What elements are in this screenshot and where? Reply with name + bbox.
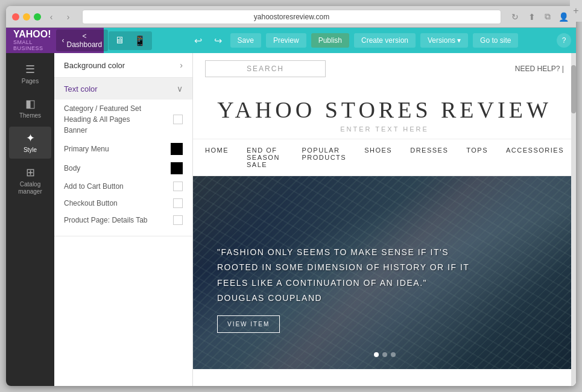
share-button[interactable]: ⬆ — [525, 10, 539, 24]
themes-icon: ◧ — [25, 97, 36, 110]
category-label: Category / Featured SetHeading & All Pag… — [64, 103, 173, 136]
back-button[interactable]: ‹ — [45, 10, 58, 24]
go-to-site-button[interactable]: Go to site — [473, 33, 518, 48]
browser-titlebar: ‹ › yahoostoresreview.com ↻ ⬆ ⧉ 👤 + — [6, 6, 576, 28]
create-version-button[interactable]: Create version — [354, 33, 416, 48]
primary-menu-label: Primary Menu — [64, 145, 171, 153]
background-color-header[interactable]: Background color › — [54, 53, 192, 77]
sidebar-item-style[interactable]: ✦ Style — [9, 127, 51, 159]
hero-dot-2[interactable] — [382, 352, 387, 357]
checkout-color-option: Checkout Button — [64, 195, 183, 212]
forward-button[interactable]: › — [62, 10, 75, 24]
dashboard-button[interactable]: ‹ < Dashboard — [56, 30, 109, 51]
primary-menu-swatch[interactable] — [171, 143, 183, 155]
body-swatch[interactable] — [171, 162, 183, 174]
undo-button[interactable]: ↩ — [191, 33, 206, 49]
minimize-dot[interactable] — [23, 13, 30, 21]
style-icon: ✦ — [26, 131, 35, 145]
catalog-label: Catalogmanager — [18, 181, 42, 195]
profile-button[interactable]: 👤 — [557, 10, 570, 24]
scrollbar-thumb[interactable] — [571, 65, 576, 113]
search-placeholder: SEARCH — [247, 65, 284, 73]
pages-label: Pages — [22, 78, 39, 85]
versions-arrow-icon: ▾ — [457, 36, 461, 45]
browser-window: ‹ › yahoostoresreview.com ↻ ⬆ ⧉ 👤 + YAHO… — [6, 6, 576, 386]
nav-home[interactable]: HOME — [205, 147, 229, 168]
new-tab-button[interactable]: + — [570, 6, 576, 22]
versions-button[interactable]: Versions ▾ — [420, 33, 468, 48]
device-icons: 🖥 📱 — [109, 31, 152, 50]
redo-button[interactable]: ↪ — [210, 33, 226, 49]
text-color-header[interactable]: Text color ∨ — [54, 78, 192, 100]
yahoo-subtitle: SMALL BUSINESS — [13, 39, 51, 51]
chevron-right-icon: › — [180, 60, 183, 70]
nav-popular-products[interactable]: POPULAR PRODUCTS — [302, 147, 346, 168]
sidebar-item-themes[interactable]: ◧ Themes — [9, 92, 51, 124]
text-color-section: Text color ∨ Category / Featured SetHead… — [54, 78, 192, 236]
save-button[interactable]: Save — [230, 33, 261, 48]
dashboard-label: < Dashboard — [67, 32, 103, 49]
url-bar[interactable]: yahoostoresreview.com — [82, 10, 501, 24]
left-sidebar: ☰ Pages ◧ Themes ✦ Style ⊞ Catalogmanage… — [6, 53, 54, 386]
site-subtitle: ENTER TEXT HERE — [193, 125, 576, 133]
checkout-label: Checkout Button — [64, 199, 173, 207]
add-to-cart-checkbox[interactable] — [173, 182, 183, 191]
hero-banner: "FASHION ONLY SEEMS TO MAKE SENSE IF IT'… — [193, 176, 576, 369]
app-container: YAHOO! SMALL BUSINESS ‹ < Dashboard 🖥 📱 … — [6, 28, 576, 386]
nav-shoes[interactable]: SHOES — [364, 147, 392, 168]
background-color-label: Background color — [64, 61, 125, 70]
style-label: Style — [24, 147, 37, 154]
hero-dot-1[interactable] — [374, 352, 379, 357]
product-details-checkbox[interactable] — [173, 215, 183, 225]
preview-area: SEARCH NEED HELP? | YAHOO STORES REVIEW … — [193, 53, 576, 386]
yahoo-logo-section: YAHOO! SMALL BUSINESS ‹ < Dashboard — [6, 28, 104, 53]
help-button[interactable]: ? — [557, 33, 571, 48]
dashboard-arrow: ‹ — [62, 36, 65, 45]
preview-button[interactable]: Preview — [266, 33, 306, 48]
sidebar-item-catalog[interactable]: ⊞ Catalogmanager — [9, 161, 51, 200]
close-dot[interactable] — [12, 13, 19, 21]
preview-scrollbar[interactable] — [571, 53, 576, 386]
nav-tops[interactable]: TOPS — [466, 147, 488, 168]
themes-label: Themes — [19, 112, 41, 119]
nav-accessories[interactable]: ACCESSORIES — [506, 147, 564, 168]
new-window-button[interactable]: ⧉ — [541, 10, 554, 24]
yahoo-logo: YAHOO! — [13, 30, 51, 39]
url-text: yahoostoresreview.com — [254, 13, 329, 21]
checkout-checkbox[interactable] — [173, 198, 183, 208]
product-details-color-option: Product Page: Details Tab — [64, 212, 183, 229]
nav-end-of-season[interactable]: END OF SEASON SALE — [247, 147, 283, 168]
site-title-section: YAHOO STORES REVIEW ENTER TEXT HERE — [193, 84, 576, 139]
hero-dot-3[interactable] — [391, 352, 396, 357]
search-bar[interactable]: SEARCH — [205, 60, 326, 77]
text-color-label: Text color — [64, 84, 98, 93]
add-to-cart-label: Add to Cart Button — [64, 182, 173, 191]
website-content: SEARCH NEED HELP? | YAHOO STORES REVIEW … — [193, 53, 576, 386]
primary-menu-color-option: Primary Menu — [64, 139, 183, 159]
body-label: Body — [64, 164, 171, 172]
sidebar-item-pages[interactable]: ☰ Pages — [9, 58, 51, 90]
main-area: ☰ Pages ◧ Themes ✦ Style ⊞ Catalogmanage… — [6, 53, 576, 386]
publish-button[interactable]: Publish — [311, 33, 349, 48]
site-title: YAHOO STORES REVIEW — [193, 96, 576, 123]
product-details-label: Product Page: Details Tab — [64, 216, 173, 224]
add-to-cart-color-option: Add to Cart Button — [64, 178, 183, 195]
view-item-button[interactable]: VIEW ITEM — [217, 315, 280, 333]
desktop-icon[interactable]: 🖥 — [111, 33, 128, 48]
background-color-section: Background color › — [54, 53, 192, 78]
maximize-dot[interactable] — [34, 13, 41, 21]
body-color-option: Body — [64, 159, 183, 178]
versions-label: Versions — [428, 36, 455, 45]
hero-dots — [374, 352, 396, 357]
category-color-option: Category / Featured SetHeading & All Pag… — [64, 100, 183, 139]
site-navigation: HOME END OF SEASON SALE POPULAR PRODUCTS… — [193, 139, 576, 176]
toolbar-actions: ↩ ↪ Save Preview Publish Create version … — [152, 33, 557, 49]
nav-dresses[interactable]: DRESSES — [410, 147, 448, 168]
website-header: SEARCH NEED HELP? | — [193, 53, 576, 84]
chevron-down-icon: ∨ — [177, 84, 183, 93]
refresh-button[interactable]: ↻ — [508, 10, 522, 24]
mobile-icon[interactable]: 📱 — [130, 33, 150, 49]
panel-sidebar: Background color › Text color ∨ Cat — [54, 53, 193, 386]
category-checkbox[interactable] — [173, 115, 183, 124]
pages-icon: ☰ — [25, 63, 35, 76]
